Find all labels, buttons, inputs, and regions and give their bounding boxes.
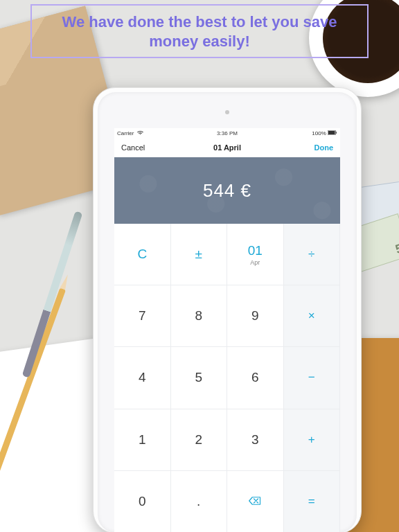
nav-bar: Cancel 01 April Done — [114, 138, 340, 158]
key-4[interactable]: 4 — [114, 347, 170, 408]
key-2[interactable]: 2 — [171, 409, 227, 470]
key-equals[interactable]: = — [284, 471, 340, 532]
key-divide[interactable]: ÷ — [284, 224, 340, 285]
promo-scene: We have done the best to let you save mo… — [0, 0, 399, 532]
key-0[interactable]: 0 — [114, 471, 170, 532]
key-clear[interactable]: C — [114, 224, 170, 285]
device-ipad: Carrier 3:36 PM 100% Cancel — [93, 87, 362, 532]
done-button[interactable]: Done — [314, 143, 334, 152]
nav-title: 01 April — [114, 143, 340, 152]
key-date-month: Apr — [250, 259, 260, 266]
camera-dot — [225, 110, 229, 114]
key-date[interactable]: 01 Apr — [227, 224, 283, 285]
key-plus[interactable]: + — [284, 409, 340, 470]
amount-value: 544 € — [203, 180, 251, 202]
amount-display: 544 € — [114, 157, 340, 224]
key-7[interactable]: 7 — [114, 285, 170, 346]
key-9[interactable]: 9 — [227, 285, 283, 346]
backspace-icon — [249, 494, 261, 509]
key-6[interactable]: 6 — [227, 347, 283, 408]
keypad: C ± 01 Apr ÷ 7 8 9 × 4 5 6 − — [114, 224, 340, 532]
cancel-button[interactable]: Cancel — [121, 143, 145, 152]
key-5[interactable]: 5 — [171, 347, 227, 408]
headline-text: We have done the best to let you save mo… — [42, 12, 357, 51]
key-date-day: 01 — [248, 243, 263, 258]
status-bar: Carrier 3:36 PM 100% — [114, 128, 340, 138]
status-time: 3:36 PM — [114, 130, 340, 136]
key-backspace[interactable] — [227, 471, 283, 532]
app-screen: Carrier 3:36 PM 100% Cancel — [114, 128, 340, 532]
key-3[interactable]: 3 — [227, 409, 283, 470]
key-plusminus[interactable]: ± — [171, 224, 227, 285]
key-multiply[interactable]: × — [284, 285, 340, 346]
key-1[interactable]: 1 — [114, 409, 170, 470]
key-8[interactable]: 8 — [171, 285, 227, 346]
key-minus[interactable]: − — [284, 347, 340, 408]
key-decimal[interactable]: . — [171, 471, 227, 532]
